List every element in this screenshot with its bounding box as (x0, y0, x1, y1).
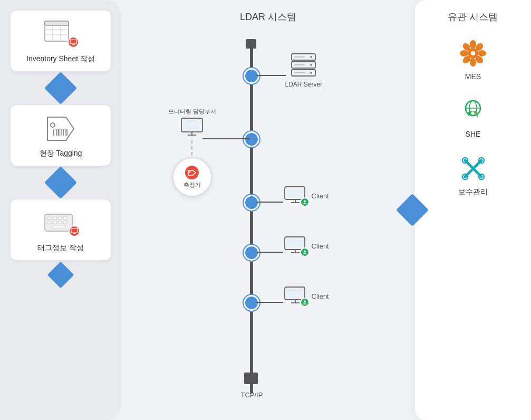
svg-point-49 (304, 201, 306, 203)
svg-rect-19 (53, 217, 56, 219)
svg-rect-46 (286, 188, 302, 197)
maintenance-label: 보수관리 (458, 187, 488, 197)
mes-label: MES (465, 72, 481, 81)
svg-rect-6 (70, 40, 76, 44)
client2-label: Client (312, 242, 329, 250)
server-label: LDAR Server (285, 81, 323, 88)
client1-monitor (283, 186, 307, 206)
svg-point-64 (478, 50, 486, 56)
left-panel: Inventory Sheet 작성 현장 Ta (0, 0, 121, 420)
svg-point-9 (51, 123, 55, 127)
hline-server (257, 75, 286, 76)
measure-circle: 측정기 (172, 157, 212, 197)
svg-rect-56 (286, 289, 302, 297)
svg-point-44 (189, 171, 191, 173)
tag-info-card: 태그정보 작성 (11, 199, 111, 260)
center-right-diamond (401, 198, 424, 222)
monitoring-label: 모니터링 담당부서 (168, 108, 216, 115)
measure-icon (184, 165, 200, 180)
client2-monitor (283, 236, 307, 256)
mes-icon (459, 39, 488, 68)
she-item: SHE (459, 97, 488, 138)
right-connector-diamond (396, 194, 429, 226)
bottom-cap (244, 373, 258, 384)
she-label: SHE (466, 130, 481, 138)
client3-item: Client (283, 286, 329, 306)
hline-client3 (257, 302, 283, 303)
keyboard-icon (42, 209, 79, 238)
inventory-sheet-icon (42, 20, 79, 49)
client-user-icon-1 (300, 197, 310, 207)
svg-rect-1 (45, 21, 69, 25)
right-panel: 유관 시스템 (415, 0, 531, 420)
inventory-sheet-label: Inventory Sheet 작성 (26, 54, 95, 64)
tcpip-label: TCP/IP (241, 391, 263, 399)
node-dot-client2 (244, 245, 259, 261)
ldar-diagram: TCP/IP LDAR Server (168, 39, 369, 409)
center-panel: LDAR 시스템 TCP/IP (121, 0, 415, 420)
tag-info-label: 태그정보 작성 (37, 243, 84, 253)
node-dot-monitor (244, 131, 259, 147)
svg-rect-25 (63, 221, 67, 224)
svg-rect-24 (58, 221, 62, 224)
svg-point-54 (304, 251, 306, 253)
client3-monitor (283, 286, 307, 306)
svg-rect-21 (63, 217, 67, 219)
diamond-3 (47, 262, 74, 289)
maintenance-item: 보수관리 (458, 154, 488, 197)
server-icon (289, 52, 318, 79)
client-user-icon-2 (300, 247, 310, 257)
svg-rect-18 (47, 217, 51, 219)
tagging-label: 현장 Tagging (40, 149, 82, 158)
svg-rect-22 (47, 221, 51, 224)
client-user-icon-3 (300, 298, 310, 307)
vertical-line (250, 44, 253, 394)
svg-rect-26 (52, 225, 65, 228)
svg-rect-20 (58, 217, 62, 219)
hline-client1 (257, 202, 283, 203)
svg-point-35 (310, 72, 312, 74)
node-dot-server (244, 68, 259, 84)
monitor-badge (67, 36, 79, 48)
svg-point-66 (470, 58, 476, 66)
right-title: 유관 시스템 (448, 11, 498, 23)
top-cap (246, 39, 256, 49)
svg-point-43 (185, 166, 199, 179)
svg-point-68 (460, 50, 468, 56)
dashed-connector (191, 140, 192, 155)
svg-rect-27 (71, 228, 78, 233)
node-dot-client1 (244, 195, 259, 211)
center-title: LDAR 시스템 (240, 11, 296, 23)
svg-point-62 (470, 40, 476, 49)
client1-item: Client (283, 186, 329, 206)
inventory-sheet-card: Inventory Sheet 작성 (11, 11, 111, 71)
she-icon (459, 97, 488, 126)
mes-item: MES (459, 39, 488, 81)
server-item: LDAR Server (285, 52, 323, 88)
svg-rect-23 (53, 221, 56, 224)
client3-label: Client (312, 292, 329, 300)
svg-rect-51 (286, 238, 302, 247)
svg-point-33 (310, 56, 312, 58)
svg-point-59 (304, 301, 306, 303)
measure-label: 측정기 (184, 181, 201, 189)
tagging-card: 현장 Tagging (11, 105, 111, 166)
monitoring-monitor-icon (179, 117, 205, 138)
hline-client2 (257, 252, 283, 253)
diamond-1 (44, 72, 77, 104)
main-container: Inventory Sheet 작성 현장 Ta (0, 0, 531, 420)
svg-point-71 (471, 51, 475, 55)
monitoring-item: 모니터링 담당부서 측정기 (168, 108, 216, 197)
tagging-icon (42, 114, 79, 144)
client2-item: Client (283, 236, 329, 256)
node-dot-client3 (244, 295, 259, 311)
keyboard-monitor-badge (69, 225, 80, 237)
svg-rect-40 (184, 120, 200, 129)
maintenance-icon (459, 154, 488, 183)
client1-label: Client (312, 192, 329, 200)
diamond-2 (44, 166, 77, 199)
svg-point-34 (310, 64, 312, 66)
